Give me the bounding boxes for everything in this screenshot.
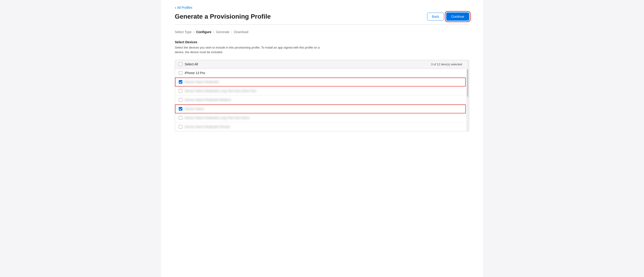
breadcrumb-step-3: Generate [216,30,229,34]
scrollbar[interactable] [466,60,469,131]
device-4-label: Device Name [185,107,204,111]
iphone13pro-checkbox[interactable] [179,71,182,75]
device-list-container: Select All 3 of 12 item(s) selected iPho… [175,60,469,131]
back-button[interactable]: Back [427,13,444,20]
breadcrumb-sep-1: › [194,30,194,34]
device-6-label: Device Name Redacted Shorter [185,125,230,128]
continue-button[interactable]: Continue [446,12,469,21]
header-buttons: Back Continue [427,12,469,21]
device-2-checkbox[interactable] [179,89,182,93]
device-group-iphone13pro[interactable]: iPhone 13 Pro [175,68,466,78]
breadcrumb: Select Type › Configure › Generate › Dow… [175,30,469,34]
breadcrumb-sep-2: › [213,30,214,34]
select-all-checkbox[interactable] [179,62,182,66]
breadcrumb-sep-3: › [231,30,232,34]
device-3-label: Device Name Redacted Medium [185,98,231,102]
iphone13pro-label: iPhone 13 Pro [185,71,205,75]
device-list-header: Select All 3 of 12 item(s) selected [175,60,466,68]
device-2-label: Device Name Redacted Long Text Here More… [185,89,256,93]
select-all-label: Select All [185,62,198,66]
page-title: Generate a Provisioning Profile [175,13,271,20]
breadcrumb-step-1: Select Type [175,30,192,34]
section-description: Select the devices you wish to include i… [175,45,322,54]
select-all-row[interactable]: Select All [179,62,198,66]
device-row-2[interactable]: Device Name Redacted Long Text Here More… [175,86,466,96]
device-row-6[interactable]: Device Name Redacted Shorter [175,122,466,131]
device-5-label: Device Name Redacted Long Text Here More [185,116,250,120]
back-link-label: All Profiles [177,6,192,10]
device-row-1[interactable]: Device Name Redacted [175,78,466,86]
device-row-4[interactable]: Device Name [175,104,466,114]
device-6-checkbox[interactable] [179,125,182,128]
device-row-5[interactable]: Device Name Redacted Long Text Here More [175,114,466,122]
device-3-checkbox[interactable] [179,98,182,102]
breadcrumb-step-4: Download [234,30,248,34]
device-1-checkbox[interactable] [179,80,182,84]
device-1-label: Device Name Redacted [185,80,219,84]
device-row-3[interactable]: Device Name Redacted Medium [175,96,466,104]
all-profiles-link[interactable]: All Profiles [175,6,192,10]
device-4-checkbox[interactable] [179,107,182,111]
scrollbar-thumb [467,69,468,97]
device-list-inner: Select All 3 of 12 item(s) selected iPho… [175,60,469,131]
items-count-label: 3 of 12 item(s) selected [431,62,462,66]
device-5-checkbox[interactable] [179,116,182,120]
breadcrumb-step-2: Configure [196,30,211,34]
section-title: Select Devices [175,40,469,44]
